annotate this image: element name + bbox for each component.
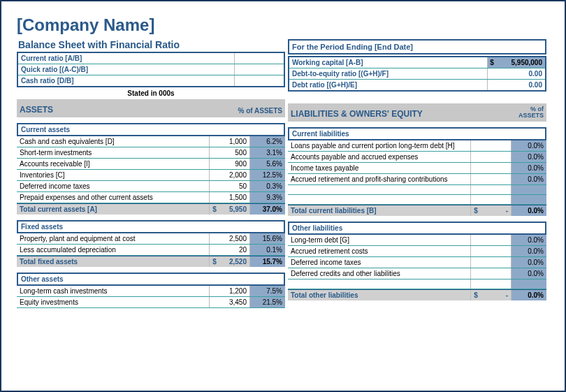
row-label: Deferred credits and other liabilities [288,268,471,279]
row-pct: 21.5% [250,297,285,307]
row-pct: 9.3% [250,192,285,203]
row-label: Equity investments [17,297,210,307]
row-pct: 0.0% [511,174,546,184]
row-value: 2,000 [210,170,250,180]
empty-row [288,195,546,205]
row-value: 900 [210,159,250,169]
row-value [471,174,511,184]
ratio-label: Working capital [A-B] [289,57,488,68]
section-current-assets: Current assets [17,123,285,136]
row-value [471,268,511,279]
ratio-label: Current ratio [A/B] [18,53,235,64]
ratio-label: Debt ratio [(G+H)/E] [289,80,488,90]
row-pct: 0.0% [511,140,546,151]
balance-sheet-page: [Company Name] Balance Sheet with Financ… [0,0,566,392]
ratio-value: 5,950,000 [496,57,545,68]
total-currency: $ [210,204,219,215]
assets-header: ASSETS % of ASSETS [17,99,285,117]
ratio-value [235,64,284,75]
row-label: Accrued retirement and profit-sharing co… [288,174,471,184]
row-pct: 0.0% [511,268,546,279]
pct-assets-label: % ofASSETS [498,106,544,119]
row-value: 20 [210,245,250,255]
ratio-label: Debt-to-equity ratio [(G+H)/F] [289,68,488,79]
total-value: - [481,290,511,300]
pct-assets-label: % of ASSETS [237,107,282,115]
total-pct: 37.0% [250,204,285,215]
ratio-value: 0.00 [496,80,545,90]
liab-header-title: LIABILITIES & OWNERS' EQUITY [291,109,498,119]
ratio-currency: $ [488,57,496,68]
stated-in: Stated in 000s [17,87,285,99]
row-value [471,235,511,245]
row-label: Property, plant and equipment at cost [17,233,210,244]
row-label: Accounts receivable [I] [17,159,210,169]
total-pct: 15.7% [250,256,285,267]
row-pct: 0.0% [511,235,546,245]
row-label: Cash and cash equivalents [D] [17,136,210,147]
row-label: Inventories [C] [17,170,210,180]
row-label: Loans payable and current portion long-t… [288,140,471,151]
subtitle: Balance Sheet with Financial Ratio [17,39,285,50]
ratio-value [235,75,284,86]
company-name: [Company Name] [17,15,549,35]
total-label: Total current assets [A] [17,204,210,215]
row-label: Accrued retirement costs [288,246,471,256]
ratio-value: 0.00 [496,68,545,79]
total-label: Total other liabilities [288,290,471,300]
row-label: Prepaid expenses and other current asset… [17,192,210,203]
row-pct: 0.0% [511,163,546,173]
ratio-currency [488,80,496,90]
right-ratio-box: Working capital [A-B]$5,950,000 Debt-to-… [288,56,546,92]
row-label: Long-term cash investments [17,286,210,296]
empty-row [288,280,546,289]
total-currency: $ [471,205,481,216]
row-label: Deferred income taxes [288,257,471,268]
row-label: Short-term investments [17,147,210,158]
section-current-liab: Current liabilities [288,127,546,140]
row-pct: 5.6% [250,159,285,169]
row-value [471,257,511,268]
total-currency: $ [471,290,481,300]
row-pct: 12.5% [250,170,285,180]
liabilities-header: LIABILITIES & OWNERS' EQUITY % ofASSETS [288,103,546,122]
section-fixed-assets: Fixed assets [17,220,285,233]
row-label: Long-term debt [G] [288,235,471,245]
total-value: - [481,205,511,216]
section-other-liab: Other liabilities [288,222,546,235]
row-pct: 0.1% [250,245,285,255]
row-value: 2,500 [210,233,250,244]
total-pct: 0.0% [511,290,546,300]
row-pct: 6.2% [250,136,285,147]
total-label: Total fixed assets [17,256,210,267]
row-value: 500 [210,147,250,158]
row-pct: 7.5% [250,286,285,296]
row-value [471,163,511,173]
row-value [471,246,511,256]
total-label: Total current liabilities [B] [288,205,471,216]
row-pct: 0.0% [511,152,546,162]
row-value: 1,000 [210,136,250,147]
ratio-label: Cash ratio [D/B] [18,75,235,86]
row-value: 1,500 [210,192,250,203]
row-value [471,152,511,162]
row-label: Accounts payable and accrued expenses [288,152,471,162]
total-fixed-assets: Total fixed assets $ 2,520 15.7% [17,256,285,267]
total-current-assets: Total current assets [A] $ 5,950 37.0% [17,203,285,215]
row-pct: 3.1% [250,147,285,158]
left-ratio-box: Current ratio [A/B] Quick ratio [(A-C)/B… [17,52,285,87]
total-value: 2,520 [219,256,250,267]
row-value: 50 [210,181,250,191]
assets-header-title: ASSETS [20,105,237,115]
total-currency: $ [210,256,219,267]
empty-row [288,185,546,195]
total-value: 5,950 [219,204,250,215]
row-label: Income taxes payable [288,163,471,173]
section-other-assets: Other assets [17,273,285,286]
period-header: For the Period Ending [End Date] [288,39,546,55]
row-pct: 0.0% [511,257,546,268]
row-pct: 0.3% [250,181,285,191]
row-pct: 0.0% [511,246,546,256]
ratio-currency [488,68,496,79]
total-current-liab: Total current liabilities [B] $ - 0.0% [288,205,546,216]
